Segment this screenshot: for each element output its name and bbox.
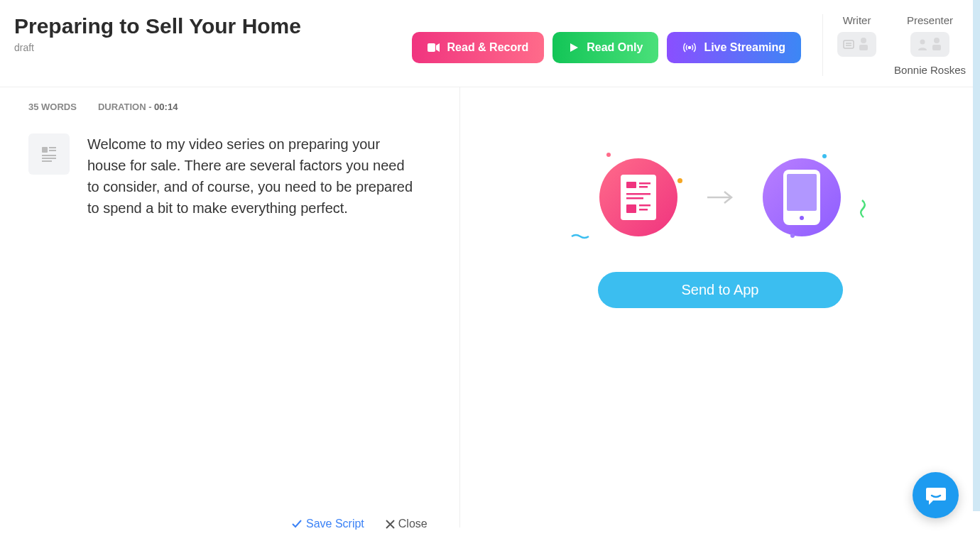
presenter-label: Presenter xyxy=(907,14,953,26)
send-to-app-button[interactable]: Send to App xyxy=(598,272,843,308)
script-type-icon-box[interactable] xyxy=(28,133,70,175)
script-text[interactable]: Welcome to my video series on preparing … xyxy=(87,133,438,219)
roles-area: Writer Presenter Bonnie Roskes xyxy=(822,14,966,76)
duration: DURATION - 00:14 xyxy=(98,102,178,112)
read-record-label: Read & Record xyxy=(447,41,529,54)
presenter-name: Bonnie Roskes xyxy=(894,64,966,76)
right-panel: Send to App xyxy=(460,87,980,527)
title-area: Preparing to Sell Your Home draft xyxy=(14,14,301,53)
footer-actions: Save Script Close xyxy=(291,518,428,530)
script-row: Welcome to my video series on preparing … xyxy=(28,133,438,219)
draft-status: draft xyxy=(14,42,301,53)
document-circle-icon xyxy=(599,158,677,236)
svg-rect-24 xyxy=(639,209,648,211)
svg-rect-11 xyxy=(49,147,56,148)
action-buttons: Read & Record Read Only Live Streaming xyxy=(412,32,802,63)
squiggle-decoration xyxy=(571,233,592,240)
phone-circle-icon xyxy=(763,158,841,236)
send-illustration xyxy=(599,158,841,236)
arrow-right-icon xyxy=(706,189,734,206)
header: Preparing to Sell Your Home draft Read &… xyxy=(0,0,980,87)
duration-label: DURATION - xyxy=(98,102,154,112)
presenter-avatar-icon xyxy=(915,35,945,55)
svg-point-5 xyxy=(861,38,866,43)
document-icon xyxy=(40,145,58,163)
svg-rect-19 xyxy=(639,186,648,188)
check-icon xyxy=(291,519,303,529)
squiggle-decoration xyxy=(859,199,869,219)
confetti-dot xyxy=(606,153,611,157)
svg-rect-21 xyxy=(626,197,643,199)
writer-role: Writer xyxy=(837,14,876,76)
svg-point-8 xyxy=(934,38,940,43)
svg-rect-18 xyxy=(639,182,650,185)
svg-rect-12 xyxy=(49,150,56,151)
script-stats: 35 WORDS DURATION - 00:14 xyxy=(28,102,438,112)
read-only-button[interactable]: Read Only xyxy=(552,32,658,63)
chat-support-button[interactable] xyxy=(913,472,959,518)
play-icon xyxy=(568,42,579,53)
svg-rect-0 xyxy=(428,43,435,52)
close-button[interactable]: Close xyxy=(386,518,428,530)
svg-rect-14 xyxy=(42,158,56,159)
confetti-dot xyxy=(677,178,682,183)
main-content: 35 WORDS DURATION - 00:14 Welcome to my … xyxy=(0,87,980,527)
read-record-button[interactable]: Read & Record xyxy=(412,32,545,63)
svg-rect-17 xyxy=(626,182,636,188)
video-camera-icon xyxy=(428,43,440,53)
save-script-button[interactable]: Save Script xyxy=(291,518,364,530)
word-count: 35 WORDS xyxy=(28,102,77,112)
presenter-role: Presenter Bonnie Roskes xyxy=(894,14,966,76)
svg-rect-6 xyxy=(859,45,868,50)
chat-icon xyxy=(925,485,947,506)
confetti-dot xyxy=(822,154,827,158)
live-streaming-button[interactable]: Live Streaming xyxy=(667,32,801,63)
close-icon xyxy=(386,520,395,529)
svg-rect-9 xyxy=(932,45,941,50)
broadcast-icon xyxy=(682,42,697,53)
live-streaming-label: Live Streaming xyxy=(704,41,785,54)
read-only-label: Read Only xyxy=(587,41,643,54)
svg-rect-27 xyxy=(787,174,817,211)
svg-rect-13 xyxy=(42,155,56,156)
left-panel: 35 WORDS DURATION - 00:14 Welcome to my … xyxy=(0,87,460,527)
header-right: Read & Record Read Only Live Streaming W… xyxy=(412,14,966,76)
svg-rect-10 xyxy=(42,147,48,153)
page-title: Preparing to Sell Your Home xyxy=(14,14,301,38)
svg-rect-23 xyxy=(639,204,650,207)
presenter-avatar[interactable] xyxy=(910,32,949,57)
writer-label: Writer xyxy=(843,14,871,26)
duration-value: 00:14 xyxy=(154,102,178,112)
save-script-label: Save Script xyxy=(306,518,364,530)
svg-rect-2 xyxy=(844,40,854,48)
svg-rect-20 xyxy=(626,193,650,195)
writer-avatar-icon xyxy=(842,35,872,55)
close-label: Close xyxy=(398,518,428,530)
svg-rect-22 xyxy=(626,204,636,213)
writer-avatar[interactable] xyxy=(837,32,876,57)
svg-point-28 xyxy=(800,216,804,220)
svg-point-7 xyxy=(920,39,925,44)
svg-point-1 xyxy=(689,47,691,49)
svg-rect-15 xyxy=(42,160,52,162)
